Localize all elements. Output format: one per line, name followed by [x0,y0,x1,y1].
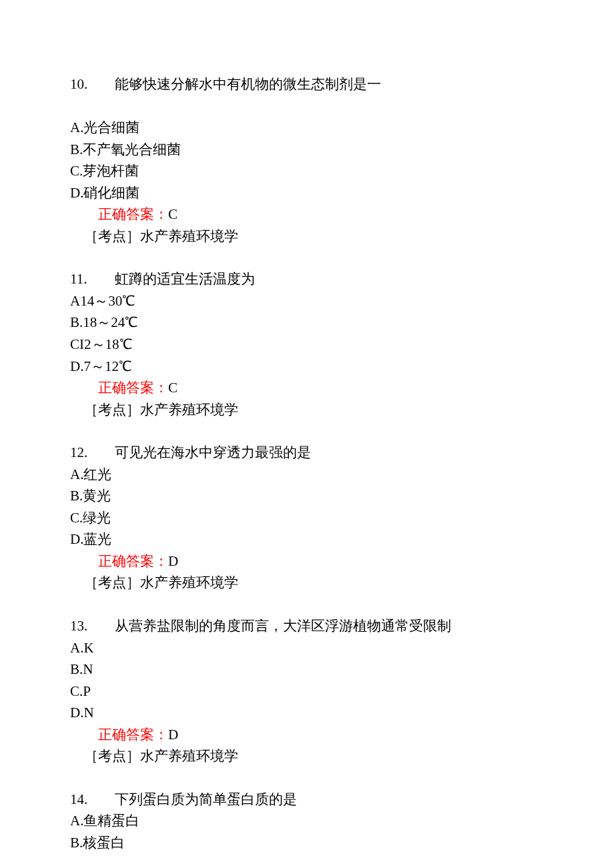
question-stem: 11.虹蹲的适宜生活温度为 [70,268,544,290]
option: B.不产氧光合细菌 [70,139,544,161]
option: A.鱼精蛋白 [70,810,544,832]
topic-line: ［考点］水产养殖环境学 [70,226,544,248]
topic-line: ［考点］水产养殖环境学 [70,745,544,767]
option: D.7～12℃ [70,356,544,378]
option: C.绿光 [70,507,544,529]
question-block: 12.可见光在海水中穿透力最强的是A.红光B.黄光C.绿光D.蓝光正确答案：D［… [70,442,544,594]
question-stem-text: 虹蹲的适宜生活温度为 [115,271,255,287]
topic-label: ［考点］ [84,228,140,244]
question-block: 14.下列蛋白质为简单蛋白质的是A.鱼精蛋白B.核蛋白 [70,789,544,854]
question-block: 13.从营养盐限制的角度而言，大洋区浮游植物通常受限制A.KB.NC.PD.N正… [70,615,544,767]
option: C.芽泡杆菌 [70,160,544,182]
topic-line: ［考点］水产养殖环境学 [70,572,544,594]
option: A14～30℃ [70,290,544,312]
answer-line: 正确答案：D [70,724,544,746]
question-stem: 10.能够快速分解水中有机物的微生态制剂是一 [70,73,544,95]
question-number: 10. [70,73,115,95]
answer-label: 正确答案： [98,380,168,396]
question-block: 11.虹蹲的适宜生活温度为A14～30℃B.18～24℃CI2～18℃D.7～1… [70,268,544,420]
answer-label: 正确答案： [98,206,168,222]
option: D.硝化细菌 [70,182,544,204]
question-stem-text: 可见光在海水中穿透力最强的是 [115,444,311,460]
question-number: 11. [70,268,115,290]
answer-line: 正确答案：C [70,377,544,399]
answer-line: 正确答案：C [70,203,544,226]
question-number: 14. [70,789,115,811]
question-stem-text: 从营养盐限制的角度而言，大洋区浮游植物通常受限制 [115,618,451,634]
question-number: 13. [70,615,115,637]
option: C.P [70,681,544,703]
topic-label: ［考点］ [84,748,140,764]
option: B.核蛋白 [70,832,544,854]
question-stem: 13.从营养盐限制的角度而言，大洋区浮游植物通常受限制 [70,615,544,637]
answer-value: D [168,553,178,569]
option: D.蓝光 [70,528,544,550]
option: B.N [70,659,544,681]
topic-value: 水产养殖环境学 [140,402,238,418]
option: B.黄光 [70,485,544,507]
topic-label: ［考点］ [84,574,140,590]
option: A.光合细菌 [70,117,544,139]
answer-label: 正确答案： [98,553,168,569]
blank-line [70,95,544,117]
answer-value: D [168,727,178,743]
option: A.K [70,637,544,659]
question-block: 10.能够快速分解水中有机物的微生态制剂是一A.光合细菌B.不产氧光合细菌C.芽… [70,73,544,247]
topic-value: 水产养殖环境学 [140,748,238,764]
topic-line: ［考点］水产养殖环境学 [70,399,544,421]
question-stem-text: 下列蛋白质为简单蛋白质的是 [115,791,297,807]
option: CI2～18℃ [70,334,544,356]
topic-label: ［考点］ [84,402,140,418]
answer-label: 正确答案： [98,727,168,743]
question-number: 12. [70,442,115,464]
option: B.18～24℃ [70,312,544,334]
option: A.红光 [70,464,544,486]
topic-value: 水产养殖环境学 [140,574,238,590]
topic-value: 水产养殖环境学 [140,228,238,244]
answer-value: C [168,380,178,396]
question-stem-text: 能够快速分解水中有机物的微生态制剂是一 [115,76,381,92]
question-stem: 14.下列蛋白质为简单蛋白质的是 [70,789,544,811]
answer-line: 正确答案：D [70,550,544,572]
option: D.N [70,702,544,724]
answer-value: C [168,206,178,222]
question-stem: 12.可见光在海水中穿透力最强的是 [70,442,544,464]
